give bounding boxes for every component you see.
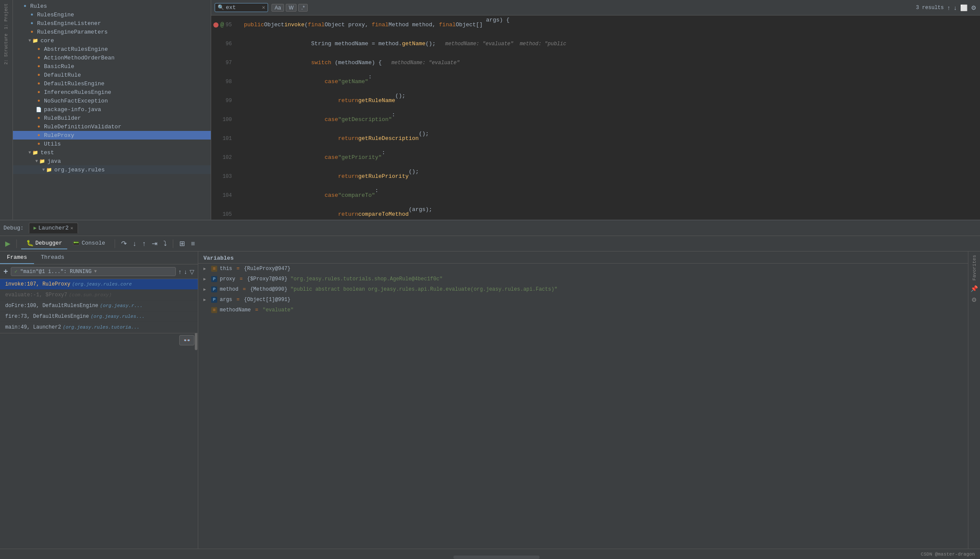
tree-item-ruledefinitionvalidator[interactable]: ● RuleDefinitionValidator: [13, 122, 211, 131]
var-icon-methodname: ≡: [211, 307, 217, 313]
match-case-button[interactable]: Aa: [272, 4, 284, 12]
tree-item-defaultrulesengine[interactable]: ● DefaultRulesEngine: [13, 79, 211, 88]
structure-tab[interactable]: 2: Structure: [3, 32, 9, 66]
var-expand-args[interactable]: ▶: [203, 297, 209, 302]
code-content-104: case "compareTo":: [237, 186, 409, 205]
settings-fav-button[interactable]: ⚙: [970, 295, 978, 304]
var-item-proxy[interactable]: ▶ P proxy = {$Proxy7@949} "org.jeasy.rul…: [198, 274, 968, 284]
tree-item-orgjeasyrules[interactable]: ▼ 📁 org.jeasy.rules: [13, 165, 211, 174]
search-input[interactable]: [226, 4, 260, 11]
frame-item-3[interactable]: fire:73, DefaultRulesEngine (org.jeasy.r…: [0, 311, 198, 322]
var-icon-method: P: [211, 286, 217, 292]
code-content-103: return getRulePriority();: [237, 167, 442, 186]
whole-word-button[interactable]: W: [286, 4, 296, 12]
tree-item-packageinfo[interactable]: 📄 package-info.java: [13, 105, 211, 114]
class-icon: ●: [35, 123, 42, 130]
tree-item-actionmethodorderbean[interactable]: ● ActionMethodOrderBean: [13, 53, 211, 62]
tree-item-rulebuilder[interactable]: ● RuleBuilder: [13, 114, 211, 122]
threads-tab[interactable]: Threads: [34, 252, 72, 264]
search-next-button[interactable]: ↓: [954, 4, 957, 11]
var-item-methodname[interactable]: ▶ ≡ methodName = "evaluate": [198, 305, 968, 315]
evaluate-button[interactable]: 👓: [179, 335, 194, 345]
var-item-method[interactable]: ▶ P method = {Method@990} "public abstra…: [198, 284, 968, 295]
var-expand-proxy[interactable]: ▶: [203, 276, 209, 282]
thread-up-button[interactable]: ↑: [178, 268, 181, 275]
debug-tab-launcher2[interactable]: ▶ Launcher2 ✕: [29, 223, 78, 233]
thread-dropdown[interactable]: ✓ "main"@1 i...": RUNNING ▼: [11, 267, 176, 276]
debug-content: Frames Threads + ✓ "main"@1 i...": RUNNI…: [0, 252, 980, 549]
var-name-args: args: [220, 297, 232, 303]
var-eq-methodname: =: [255, 307, 258, 313]
step-over-button[interactable]: ↷: [119, 239, 128, 248]
frame-item-4[interactable]: main:49, Launcher2 (org.jeasy.rules.tuto…: [0, 322, 198, 333]
tree-item-nosuchfactexception[interactable]: ● NoSuchFactException: [13, 96, 211, 105]
tree-item-test[interactable]: ▼ 📁 test: [13, 148, 211, 157]
search-expand-button[interactable]: ⬜: [960, 4, 968, 11]
code-content-98: case "getName":: [237, 72, 402, 91]
tree-label: RulesEngine: [37, 12, 74, 18]
var-expand-method[interactable]: ▶: [203, 287, 209, 292]
code-line-101: 101 return getRuleDescription();: [211, 129, 980, 148]
tree-item-rulesengine[interactable]: ● RulesEngine: [13, 10, 211, 19]
search-prev-button[interactable]: ↑: [947, 4, 950, 11]
debugger-tab[interactable]: 🐛 Debugger: [21, 238, 67, 249]
code-content-97: switch (methodName) { methodName: "evalu…: [237, 53, 460, 72]
settings-button[interactable]: ≡: [189, 239, 197, 248]
project-tab[interactable]: 1: Project: [3, 2, 9, 31]
tree-item-java[interactable]: ▼ 📁 java: [13, 157, 211, 165]
code-line-95: @ 95 public Object invoke(final Object p…: [211, 16, 980, 34]
tree-item-ruleproxy[interactable]: ● RuleProxy: [13, 131, 211, 140]
tree-item-abstractrulesengine[interactable]: ● AbstractRulesEngine: [13, 45, 211, 53]
code-content-96: String methodName = method.getName(); me…: [237, 34, 566, 53]
tree-item-defaultrule[interactable]: ● DefaultRule: [13, 71, 211, 79]
tree-label: RulesEngineParameters: [37, 29, 108, 35]
line-gutter-101: 101: [211, 129, 237, 148]
add-watch-button[interactable]: +: [3, 267, 8, 276]
frames-button[interactable]: ⊞: [178, 239, 187, 248]
code-lines: @ 95 public Object invoke(final Object p…: [211, 16, 980, 220]
close-tab-button[interactable]: ✕: [70, 225, 73, 231]
run-icon: ▶: [34, 225, 37, 231]
pin-button[interactable]: 📌: [969, 284, 979, 293]
class-icon: ●: [35, 132, 42, 139]
search-options: Aa W .*: [272, 4, 308, 12]
tree-item-rulesenginelistener[interactable]: ● RulesEngineListener: [13, 19, 211, 28]
search-clear-button[interactable]: ✕: [262, 4, 265, 11]
favorites-label: Favorites: [970, 253, 979, 282]
var-expand-this[interactable]: ▶: [203, 266, 209, 271]
step-into-button[interactable]: ↓: [131, 239, 138, 248]
var-item-args[interactable]: ▶ P args = {Object[1]@991}: [198, 295, 968, 305]
frame-item-2[interactable]: doFire:100, DefaultRulesEngine (org.jeas…: [0, 301, 198, 311]
regex-button[interactable]: .*: [298, 4, 308, 12]
tree-item-rulesengineparameters[interactable]: ● RulesEngineParameters: [13, 28, 211, 36]
var-item-this[interactable]: ▶ ≡ this = {RuleProxy@947}: [198, 264, 968, 274]
filter-button[interactable]: ▽: [190, 268, 194, 275]
frame-item-0[interactable]: invoke:107, RuleProxy (org.jeasy.rules.c…: [0, 279, 198, 290]
code-line-105: 105 return compareToMethod(args);: [211, 205, 980, 220]
run-to-cursor-button[interactable]: ⇥: [150, 239, 159, 248]
line-num-102: 102: [222, 153, 232, 162]
tree-item-utils[interactable]: ● Utils: [13, 140, 211, 148]
tree-item-inferencerulesengine[interactable]: ● InferenceRulesEngine: [13, 88, 211, 96]
thread-selector: + ✓ "main"@1 i...": RUNNING ▼ ↑ ↓ ▽: [0, 264, 198, 279]
force-step-into-button[interactable]: ⤵: [162, 239, 169, 248]
tree-item-basicrule[interactable]: ● BasicRule: [13, 62, 211, 71]
frames-tab[interactable]: Frames: [0, 252, 34, 264]
class-icon: ●: [35, 71, 42, 78]
frames-scrollbar-thumb[interactable]: [195, 333, 197, 350]
breakpoint-95[interactable]: [213, 22, 218, 28]
code-line-98: 98 case "getName":: [211, 72, 980, 91]
class-icon: ●: [35, 63, 42, 70]
tree-item-core[interactable]: ▼ 📁 core: [13, 36, 211, 45]
code-content-101: return getRuleDescription();: [237, 129, 453, 148]
tree-item-rules[interactable]: ● Rules: [13, 2, 211, 10]
resume-button[interactable]: ▶: [3, 239, 12, 248]
var-value-args: {Object[1]@991}: [244, 297, 290, 303]
frame-item-1[interactable]: evaluate:-1, $Proxy7 (com.sun.proxy): [0, 290, 198, 301]
thread-down-button[interactable]: ↓: [184, 268, 187, 275]
search-settings-button[interactable]: ⚙: [971, 4, 977, 11]
class-icon: ●: [28, 11, 35, 18]
code-editor: 🔍 ✕ Aa W .* 3 results ↑ ↓ ⬜ ⚙: [211, 0, 980, 220]
step-out-button[interactable]: ↑: [140, 239, 147, 248]
console-tab[interactable]: 📟 Console: [67, 238, 110, 249]
